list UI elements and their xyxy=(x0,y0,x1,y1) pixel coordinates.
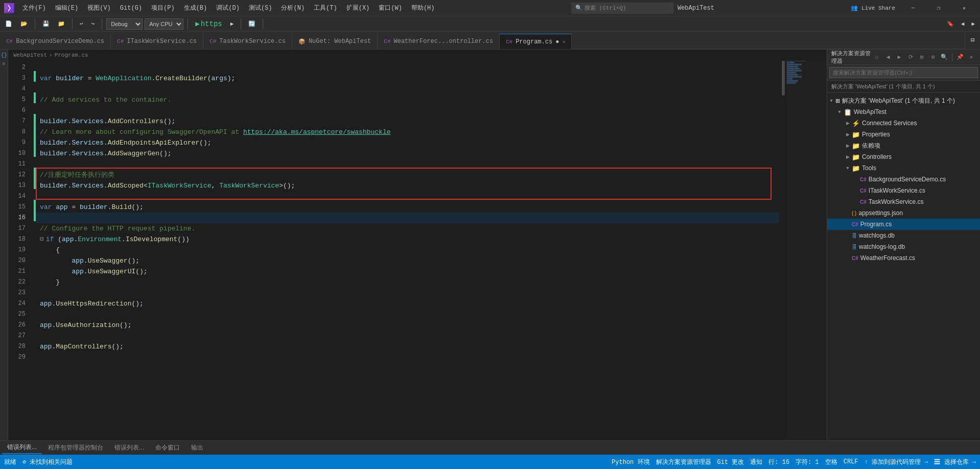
debug-config-select[interactable]: Debug Release xyxy=(106,18,143,30)
code-content[interactable]: using WebApiTest.Tools; var builder = We… xyxy=(36,50,779,440)
tab-taskwork[interactable]: C# TaskWorkService.cs xyxy=(203,34,292,49)
tree-taskwork[interactable]: ▶ C# TaskWorkService.cs xyxy=(827,196,980,207)
tree-background-service[interactable]: ▶ C# BackgroundServiceDemo.cs xyxy=(827,174,980,185)
panel-toggle[interactable]: ⊟ xyxy=(965,32,980,49)
panel-close-btn[interactable]: ✕ xyxy=(967,53,976,62)
menu-extensions[interactable]: 扩展(X) xyxy=(342,3,374,13)
ln-25: 25 xyxy=(8,309,30,320)
status-notify[interactable]: 通知 xyxy=(750,458,762,466)
tree-watchlogs-db[interactable]: ▶ 🗄 watchlogs.db xyxy=(827,230,980,241)
code-line-25 xyxy=(36,309,779,320)
tools-folder-icon: 📁 xyxy=(852,165,860,172)
panel-settings-btn[interactable]: ⚙ xyxy=(928,53,938,62)
menu-view[interactable]: 视图(V) xyxy=(83,3,115,13)
status-line[interactable]: 行: 16 xyxy=(768,458,789,466)
tab-itaskwork[interactable]: C# ITaskWorkService.cs xyxy=(111,34,203,49)
menu-test[interactable]: 测试(S) xyxy=(245,3,276,13)
cs-icon-bsd: C# xyxy=(860,177,867,182)
panel-filter-btn[interactable]: ⊞ xyxy=(917,53,926,62)
tab-errors[interactable]: 错误列表... xyxy=(2,442,42,454)
platform-select[interactable]: Any CPU xyxy=(145,18,183,30)
status-ready[interactable]: 就绪 xyxy=(4,458,16,466)
tab-weatherforecast[interactable]: C# WeatherForec...ontroller.cs xyxy=(378,34,500,49)
tree-tools-label: Tools xyxy=(862,165,876,172)
status-spaces[interactable]: 空格 xyxy=(825,458,837,466)
tab-close-5[interactable]: ✕ xyxy=(562,39,565,45)
nav-back-btn[interactable]: ◀ xyxy=(958,19,968,28)
new-file-btn[interactable]: 📄 xyxy=(2,19,15,28)
status-encoding[interactable]: CRLF xyxy=(844,458,858,465)
redo-btn[interactable]: ↪ xyxy=(88,19,98,28)
code-line-28: app.MapControllers(); xyxy=(36,341,779,352)
panel-forward-btn[interactable]: ▶ xyxy=(895,53,904,62)
tree-weatherforecast[interactable]: ▶ C# WeatherForecast.cs xyxy=(827,252,980,264)
menu-help[interactable]: 帮助(H) xyxy=(407,3,439,13)
tree-arrow-cs: ▶ xyxy=(844,121,852,126)
status-select-repo[interactable]: ☰ 选择仓库 → xyxy=(934,458,976,466)
code-line-29 xyxy=(36,352,779,363)
code-line-14 xyxy=(36,191,779,202)
menu-edit[interactable]: 编辑(E) xyxy=(51,3,83,13)
tree-tools-folder[interactable]: ▼ 📁 Tools xyxy=(827,162,980,174)
maximize-button[interactable]: ❐ xyxy=(927,0,950,16)
run-without-debug-btn[interactable]: ▶ xyxy=(227,19,237,28)
collapse-icon-18[interactable]: ⊟ xyxy=(40,236,44,243)
hot-reload-btn[interactable]: 🔄 xyxy=(245,19,259,28)
menu-project[interactable]: 项目(P) xyxy=(147,3,179,13)
controllers-folder-icon: 📁 xyxy=(852,153,860,161)
close-button[interactable]: ✕ xyxy=(952,0,976,16)
minimize-button[interactable]: — xyxy=(901,0,925,16)
status-add-source[interactable]: ↑ 添加到源代码管理 → xyxy=(865,458,928,466)
panel-sync-btn[interactable]: ⟳ xyxy=(906,53,915,62)
panel-pin-btn[interactable]: 📌 xyxy=(955,53,965,62)
panel-back-btn[interactable]: ◀ xyxy=(883,53,893,62)
tree-itaskwork[interactable]: ▶ C# ITaskWorkService.cs xyxy=(827,185,980,196)
panel-search-se-btn[interactable]: 🔍 xyxy=(940,53,949,62)
save-all-btn[interactable]: 📁 xyxy=(55,19,68,28)
panel-home-btn[interactable]: ⌂ xyxy=(872,53,881,62)
search-box[interactable]: 🔍 搜索 (Ctrl+Q) xyxy=(571,3,673,14)
menu-debug[interactable]: 调试(D) xyxy=(212,3,244,13)
tab-package-manager[interactable]: 程序包管理器控制台 xyxy=(43,442,108,454)
tab-command-window[interactable]: 命令窗口 xyxy=(150,442,185,454)
menu-file[interactable]: 文件(F) xyxy=(18,3,50,13)
tree-json-label: appsettings.json xyxy=(858,209,903,217)
se-search-input[interactable] xyxy=(829,67,978,78)
tree-program-cs[interactable]: ▶ C# Program.cs xyxy=(827,219,980,230)
menu-window[interactable]: 窗口(W) xyxy=(375,3,406,13)
undo-btn[interactable]: ↩ xyxy=(77,19,86,28)
se-search-container xyxy=(827,65,980,81)
status-se[interactable]: 解决方案资源管理器 xyxy=(656,458,711,466)
tab-background-service[interactable]: C# BackgroundServiceDemo.cs xyxy=(0,34,111,49)
save-btn[interactable]: 💾 xyxy=(39,19,53,28)
code-editor[interactable]: WebApiTest › Program.cs 1 2 3 4 5 6 7 8 … xyxy=(8,50,827,440)
run-button[interactable]: ▶ https xyxy=(192,18,225,29)
tree-connected-services[interactable]: ▶ ⚡ Connected Services xyxy=(827,118,980,129)
tab-nuget[interactable]: 📦 NuGet: WebApiTest xyxy=(292,34,378,49)
bookmark-btn[interactable]: 🔖 xyxy=(944,19,957,28)
tab-program-cs[interactable]: C# Program.cs ● ✕ xyxy=(500,34,572,49)
status-right-panels[interactable]: Python 环境 xyxy=(612,458,649,466)
tree-dependencies[interactable]: ▶ 📁 依赖项 xyxy=(827,140,980,151)
open-folder-btn[interactable]: 📂 xyxy=(17,19,31,28)
tab-errors-list[interactable]: 错误列表... xyxy=(109,442,149,454)
menu-tools[interactable]: 工具(T) xyxy=(310,3,341,13)
status-git[interactable]: Git 更改 xyxy=(717,458,744,466)
menu-build[interactable]: 生成(B) xyxy=(180,3,212,13)
menu-analyze[interactable]: 分析(N) xyxy=(277,3,309,13)
live-share-btn[interactable]: 👥 Live Share xyxy=(847,5,899,11)
tree-solution-root[interactable]: ▼ ⊞ 解决方案 'WebApiTest' (1 个项目, 共 1 个) xyxy=(827,95,980,106)
tree-appsettings[interactable]: ▶ { } appsettings.json xyxy=(827,207,980,219)
status-col[interactable]: 字符: 1 xyxy=(796,458,819,466)
scroll-thumb[interactable] xyxy=(782,55,785,96)
status-errors[interactable]: ⊘ 未找到相关问题 xyxy=(22,458,73,466)
nav-forward-btn[interactable]: ▶ xyxy=(968,19,978,28)
code-line-16 xyxy=(36,213,779,223)
vertical-scrollbar[interactable] xyxy=(779,50,786,440)
tab-output[interactable]: 输出 xyxy=(186,442,208,454)
tree-project-root[interactable]: ▼ 📋 WebApiTest xyxy=(827,106,980,118)
tree-properties[interactable]: ▶ 📁 Properties xyxy=(827,129,980,140)
tree-controllers[interactable]: ▶ 📁 Controllers xyxy=(827,151,980,162)
menu-git[interactable]: Git(G) xyxy=(116,4,146,13)
tree-watchlogs-log-db[interactable]: ▶ 🗄 watchlogs-log.db xyxy=(827,241,980,252)
